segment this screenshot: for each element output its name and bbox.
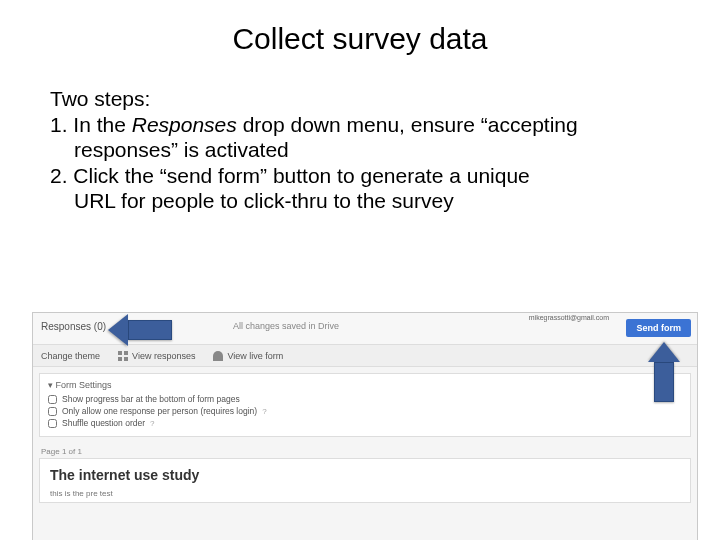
step-1-text-b: drop down menu, ensure “accepting <box>237 113 578 136</box>
arrow-shaft <box>654 362 674 402</box>
menu-responses[interactable]: Responses (0) <box>41 321 106 332</box>
setting-shuffle[interactable]: Shuffle question order ? <box>48 418 682 428</box>
form-title: The internet use study <box>50 467 680 483</box>
checkbox-progress-bar[interactable] <box>48 395 57 404</box>
secondary-toolbar: Change theme View responses View live fo… <box>33 345 697 367</box>
view-responses-label: View responses <box>132 351 195 361</box>
change-theme-label: Change theme <box>41 351 100 361</box>
arrow-shaft <box>128 320 172 340</box>
step-1-emphasis: Responses <box>132 113 237 136</box>
setting-progress-bar[interactable]: Show progress bar at the bottom of form … <box>48 394 682 404</box>
checkbox-one-response[interactable] <box>48 407 57 416</box>
arrow-head-icon <box>648 342 680 362</box>
help-icon[interactable]: ? <box>262 407 266 416</box>
slide: Collect survey data Two steps: 1. In the… <box>0 22 720 540</box>
step-1-line-1: 1. In the Responses drop down menu, ensu… <box>50 112 670 138</box>
form-preview-panel: The internet use study this is the pre t… <box>39 458 691 503</box>
account-email: mikegrassotti@gmail.com <box>529 314 609 321</box>
step-2-line-1: 2. Click the “send form” button to gener… <box>50 163 670 189</box>
arrow-to-responses <box>108 314 172 346</box>
send-form-button[interactable]: Send form <box>626 319 691 337</box>
embedded-screenshot: mikegrassotti@gmail.com Responses (0) el… <box>32 312 698 540</box>
form-settings-panel: ▾ Form Settings Show progress bar at the… <box>39 373 691 437</box>
arrow-head-icon <box>108 314 128 346</box>
lead-line: Two steps: <box>50 86 670 112</box>
page-indicator: Page 1 of 1 <box>41 447 691 456</box>
form-settings-title: ▾ Form Settings <box>48 380 682 390</box>
change-theme-button[interactable]: Change theme <box>41 351 100 361</box>
step-2-line-2: URL for people to click-thru to the surv… <box>50 188 670 214</box>
step-1-line-2: responses” is activated <box>50 137 670 163</box>
arrow-to-send-form <box>648 342 680 402</box>
setting-shuffle-label: Shuffle question order <box>62 418 145 428</box>
setting-one-response[interactable]: Only allow one response per person (requ… <box>48 406 682 416</box>
slide-title: Collect survey data <box>0 22 720 56</box>
step-1-text-a: 1. In the <box>50 113 132 136</box>
person-icon <box>213 351 223 361</box>
setting-one-response-label: Only allow one response per person (requ… <box>62 406 257 416</box>
view-responses-button[interactable]: View responses <box>118 351 195 361</box>
setting-progress-bar-label: Show progress bar at the bottom of form … <box>62 394 240 404</box>
view-live-form-button[interactable]: View live form <box>213 351 283 361</box>
save-status: All changes saved in Drive <box>233 321 339 331</box>
view-live-form-label: View live form <box>227 351 283 361</box>
form-description: this is the pre test <box>50 489 680 498</box>
form-settings-title-text: Form Settings <box>56 380 112 390</box>
checkbox-shuffle[interactable] <box>48 419 57 428</box>
grid-icon <box>118 351 128 361</box>
slide-body: Two steps: 1. In the Responses drop down… <box>50 86 670 214</box>
help-icon-2[interactable]: ? <box>150 419 154 428</box>
